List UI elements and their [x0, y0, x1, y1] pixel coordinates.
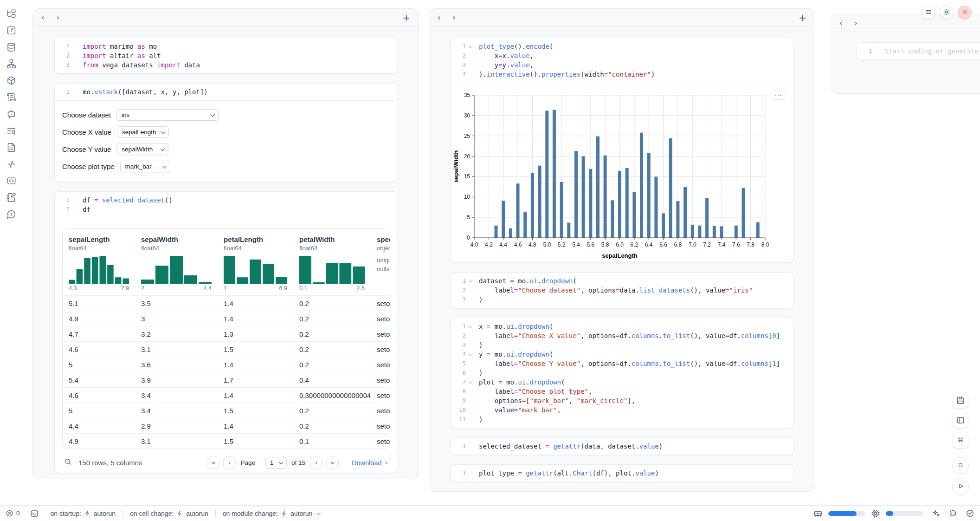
window-controls [922, 6, 972, 20]
save-button[interactable] [953, 393, 968, 409]
sidebar-function-square-icon[interactable]: f [6, 25, 16, 35]
column-1-header: ‹ › + [33, 9, 419, 26]
sidebar-database-icon[interactable] [6, 42, 16, 52]
dropdown-select[interactable]: sepalWidth [116, 143, 168, 155]
code-editor[interactable]: 1df = selected_dataset()2df [55, 192, 397, 218]
altair-bar-chart[interactable]: 4.04.24.44.64.85.05.25.45.65.86.06.26.46… [451, 83, 793, 263]
fold-toggle-icon[interactable] [469, 325, 472, 328]
control-row: Choose Y valuesepalWidth [62, 143, 389, 155]
line-number: 3 [451, 60, 472, 70]
column-dtype: float64 [224, 245, 287, 252]
sidebar-network-icon[interactable] [6, 59, 16, 69]
code-editor[interactable]: 1plot_type = getattr(alt.Chart(df), plot… [451, 465, 793, 482]
settings-button[interactable] [940, 6, 954, 20]
runtime-on-cell-change[interactable]: on cell change:autorun [130, 510, 208, 517]
prev-page-button[interactable]: ‹ [223, 456, 236, 469]
sidebar-file-tree-icon[interactable] [6, 8, 16, 19]
svg-text:4.2: 4.2 [485, 241, 493, 248]
line-number: 1 [857, 46, 878, 56]
code-line: 2df [55, 205, 397, 214]
bolt-icon [84, 510, 90, 517]
generate-link[interactable]: generate [948, 47, 979, 55]
error-count: 0 [16, 510, 20, 517]
sidebar-help-circle-icon[interactable]: ? [6, 209, 16, 219]
command-button[interactable]: ⌘ [953, 433, 968, 449]
page-select[interactable]: 1 [265, 457, 287, 469]
code-editor[interactable]: 1mo.vstack([dataset, x, y, plot]) [55, 84, 397, 100]
sidebar-notebook-pen-icon[interactable] [6, 192, 16, 202]
column-next-button[interactable]: › [56, 14, 59, 21]
line-number: 1 [451, 276, 472, 286]
add-cell-button[interactable]: + [402, 13, 410, 22]
sidebar-text-search-icon[interactable] [6, 125, 16, 136]
fold-toggle-icon[interactable] [469, 380, 472, 384]
runtime-on-startup[interactable]: on startup:autorun [51, 510, 116, 517]
sidebar-snippets-icon[interactable] [6, 176, 16, 186]
column-next-button[interactable]: › [854, 20, 857, 27]
control-row: Choose X valuesepalLength [62, 126, 389, 138]
column-prev-button[interactable]: ‹ [839, 20, 842, 27]
notebook-cell: 1plot_type().encode(2 x=x.value,3 y=y.va… [451, 38, 793, 263]
menu-button[interactable] [922, 6, 935, 20]
control-row: Choose datasetiris [62, 109, 389, 121]
code-editor[interactable]: 1x = mo.ui.dropdown(2 label="Choose X va… [451, 318, 793, 428]
sidebar-file-text-icon[interactable] [6, 142, 16, 152]
dropdown-select[interactable]: iris [116, 109, 219, 121]
svg-text:f: f [10, 27, 13, 33]
chart-menu-button[interactable] [771, 91, 786, 100]
stop-button[interactable] [952, 457, 969, 474]
download-button[interactable]: Download [352, 459, 387, 467]
svg-text:5.2: 5.2 [558, 241, 566, 248]
code-line: 1import marimo as mo [55, 42, 397, 51]
dropdown-controls: Choose datasetirisChoose X valuesepalLen… [55, 100, 397, 182]
table-footer: 150 rows, 5 columns«‹Page1of 15›»Downloa… [64, 456, 387, 469]
notebook-column-2: ‹ › + 1plot_type().encode(2 x=x.value,3 … [429, 8, 815, 492]
column-prev-button[interactable]: ‹ [41, 14, 44, 21]
fold-toggle-icon[interactable] [469, 279, 472, 282]
column-header: petalLengthfloat6416.9 [218, 235, 293, 295]
error-count-button[interactable]: 0 [6, 509, 20, 517]
sidebar-activity-icon[interactable] [6, 159, 16, 169]
fold-toggle-icon[interactable] [469, 352, 472, 356]
last-page-button[interactable]: » [326, 456, 339, 469]
column-prev-button[interactable]: ‹ [438, 14, 440, 21]
dropdown-select[interactable]: sepalLength [117, 126, 169, 138]
copilot-button[interactable] [948, 509, 957, 518]
runtime-on-module-change[interactable]: on module change:autorun [223, 510, 320, 517]
sparkles-icon [931, 509, 940, 518]
next-page-button[interactable]: › [310, 456, 322, 469]
svg-text:6.0: 6.0 [616, 241, 624, 248]
column-name: petalWidth [299, 235, 365, 243]
add-cell-button[interactable]: + [799, 13, 806, 22]
layout-columns-button[interactable] [953, 413, 968, 429]
column-histogram [224, 256, 287, 284]
code-editor[interactable]: 1plot_type().encode(2 x=x.value,3 y=y.va… [451, 38, 793, 83]
code-editor[interactable]: 1 Start coding or generate with AI [857, 43, 980, 59]
code-editor[interactable]: 1import marimo as mo2import altair as al… [55, 38, 397, 73]
sidebar-bot-message-icon[interactable] [6, 109, 16, 119]
code-line: 3from vega_datasets import data [55, 60, 397, 70]
check-circle-button[interactable] [966, 509, 974, 518]
code-line: 6) [451, 368, 793, 378]
dropdown-select[interactable]: mark_bar [120, 161, 170, 172]
column-next-button[interactable]: › [452, 14, 455, 21]
close-button[interactable] [958, 6, 972, 20]
first-page-button[interactable]: « [207, 456, 219, 469]
fold-toggle-icon[interactable] [469, 45, 472, 48]
sparkles-button[interactable] [931, 509, 940, 518]
run-button[interactable] [952, 478, 969, 495]
check-circle-icon [966, 509, 974, 518]
notebook-cell: 1import marimo as mo2import altair as al… [54, 38, 397, 74]
column-header: sepalWidthfloat6424.4 [135, 235, 218, 295]
dataframe-output: sepalLengthfloat644.37.9sepalWidthfloat6… [55, 218, 397, 469]
left-icon-rail: f? [0, 0, 22, 501]
code-editor[interactable]: 1selected_dataset = getattr(data, datase… [451, 438, 793, 455]
terminal-button[interactable] [30, 509, 39, 518]
sidebar-package-icon[interactable] [6, 75, 16, 85]
sidebar-scroll-text-icon[interactable] [6, 92, 16, 102]
line-number: 1 [451, 42, 472, 51]
search-icon[interactable] [64, 458, 72, 468]
code-line: 10 value="mark_bar", [451, 405, 793, 415]
dropdown-label: Choose Y value [62, 145, 111, 153]
code-editor[interactable]: 1dataset = mo.ui.dropdown(2 label="Choos… [451, 273, 793, 308]
